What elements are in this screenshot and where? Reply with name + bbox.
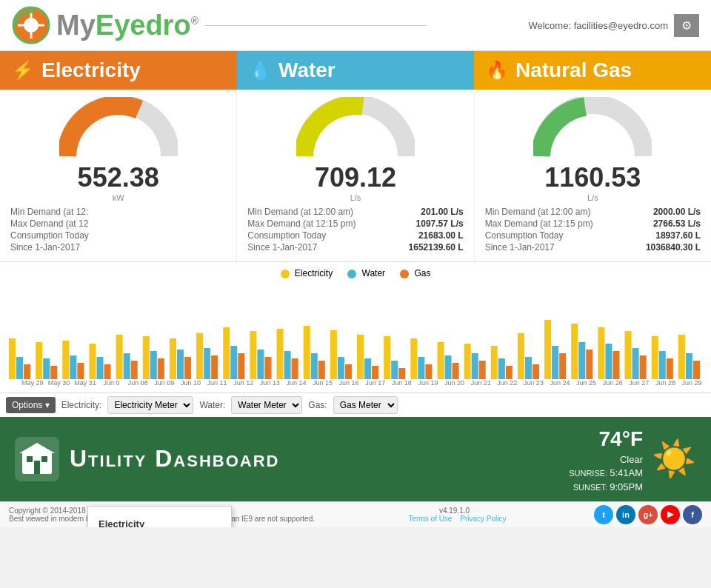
x-axis-labels: May 29May 30May 31Jun 0Jun 08Jun 09Jun 1… [6,379,705,387]
dashboard-footer: Utility Dashboard 74°F Clear Sunrise: 5:… [0,417,711,501]
svg-rect-27 [184,357,191,379]
sunrise-info: Sunrise: 5:41AM [569,467,643,480]
svg-rect-16 [89,344,96,379]
svg-rect-32 [230,346,237,379]
google-button[interactable]: g+ [638,505,658,524]
twitter-button[interactable]: t [594,505,613,524]
water-header: 💧 Water [237,51,474,90]
water-min-value: 201.00 L/s [421,207,463,217]
gas-gauge-svg [533,97,652,158]
electricity-stats: Min Demand (at 12: Max Demand (at 12 Con… [7,207,229,254]
gas-meter-select[interactable]: Gas Meter [333,396,398,414]
gas-gauge [533,97,652,158]
svg-rect-54 [425,364,432,379]
water-today-value: 21683.00 L [418,230,464,241]
svg-rect-69 [559,353,566,379]
water-max-value: 1097.57 L/s [416,218,464,229]
svg-rect-11 [43,358,50,379]
x-label: Jun 13 [256,379,283,387]
water-icon: 💧 [249,60,271,81]
water-since-row: Since 1-Jan-2017 1652139.60 L [247,242,463,253]
elec-max-label: Max Demand (at 12 [10,218,88,229]
version-text: v4.19.1.0 [439,507,470,515]
linkedin-button[interactable]: in [616,505,635,524]
x-label: Jun 21 [467,379,494,387]
svg-rect-63 [506,366,513,379]
water-max-label: Max Demand (at 12:15 pm) [247,218,356,229]
svg-rect-73 [598,327,604,379]
svg-rect-49 [384,336,390,379]
svg-rect-12 [50,366,57,379]
svg-rect-7 [9,338,16,379]
x-label: Jun 28 [652,379,679,387]
sunset-info: Sunset: 9:05PM [569,481,643,494]
svg-rect-44 [338,357,344,379]
svg-rect-62 [498,358,505,379]
svg-rect-80 [659,351,666,379]
facebook-button[interactable]: f [683,505,702,524]
svg-rect-45 [345,364,352,379]
x-label: May 31 [72,379,99,387]
x-label: Jun 19 [415,379,441,387]
logo-my: My [56,10,96,41]
electricity-bottom-label: Electricity: [61,400,102,410]
svg-rect-56 [445,355,452,379]
svg-rect-36 [264,357,271,379]
svg-rect-61 [491,346,498,379]
bar-chart-svg [6,283,702,379]
svg-rect-46 [357,335,364,379]
electricity-meter-select[interactable]: Electricity Meter [107,396,193,414]
options-button[interactable]: Options ▾ [6,397,56,413]
x-label: Jun 09 [151,379,178,387]
svg-rect-22 [143,336,150,379]
gas-today-row: Consumption Today 18937.60 L [485,230,701,241]
svg-rect-8 [16,357,23,379]
svg-rect-34 [250,331,256,379]
electricity-value: 552.38 [78,162,159,193]
chart-legend: Electricity Water Gas [6,268,705,278]
svg-rect-17 [97,357,104,379]
trademark: ® [191,15,198,27]
section-headers: ⚡ Electricity 💧 Water 🔥 Natural Gas [0,51,711,90]
gas-icon: 🔥 [486,60,508,81]
svg-rect-83 [686,353,692,379]
svg-rect-52 [410,338,417,379]
sunset-label: Sunset: [573,483,610,492]
legend-electricity-dot [281,270,290,278]
gas-since-label: Since 1-Jan-2017 [485,242,555,253]
water-unit: L/s [350,193,361,202]
logo-text: MyEyedro® [56,10,198,41]
elec-today-row: Consumption Today [10,230,226,241]
settings-button[interactable]: ⚙ [674,14,699,37]
x-label: Jun 27 [626,379,652,387]
svg-rect-19 [116,335,123,379]
svg-rect-20 [124,353,130,379]
svg-rect-59 [472,353,478,379]
svg-rect-74 [605,344,612,379]
svg-rect-81 [667,358,673,379]
x-label: May 29 [19,379,46,387]
gas-unit: L/s [587,193,598,202]
header: MyEyedro® Welcome: facilities@eyedro.com… [0,0,711,51]
svg-rect-23 [150,351,157,379]
weather-condition: Clear [569,453,643,467]
svg-rect-15 [77,363,84,379]
legend-electricity: Electricity [281,268,333,278]
gas-max-label: Max Demand (at 12:15 pm) [485,218,593,229]
svg-rect-9 [24,364,30,379]
youtube-button[interactable]: ▶ [661,505,680,524]
water-gauge-svg [296,97,415,158]
x-label: Jun 23 [521,379,547,387]
water-today-row: Consumption Today 21683.00 L [247,230,463,241]
bottom-links: Terms of Use Privacy Policy [403,515,507,523]
x-label: Jun 08 [124,379,151,387]
water-meter-select[interactable]: Water Meter [231,396,302,414]
legend-gas-label: Gas [414,268,430,278]
water-min-label: Min Demand (at 12:00 am) [247,207,353,217]
svg-rect-78 [640,355,647,379]
legend-electricity-label: Electricity [295,268,333,278]
privacy-link[interactable]: Privacy Policy [460,515,506,523]
terms-link[interactable]: Terms of Use [409,515,453,523]
svg-rect-43 [330,330,337,379]
header-right: Welcome: facilities@eyedro.com ⚙ [528,14,699,37]
